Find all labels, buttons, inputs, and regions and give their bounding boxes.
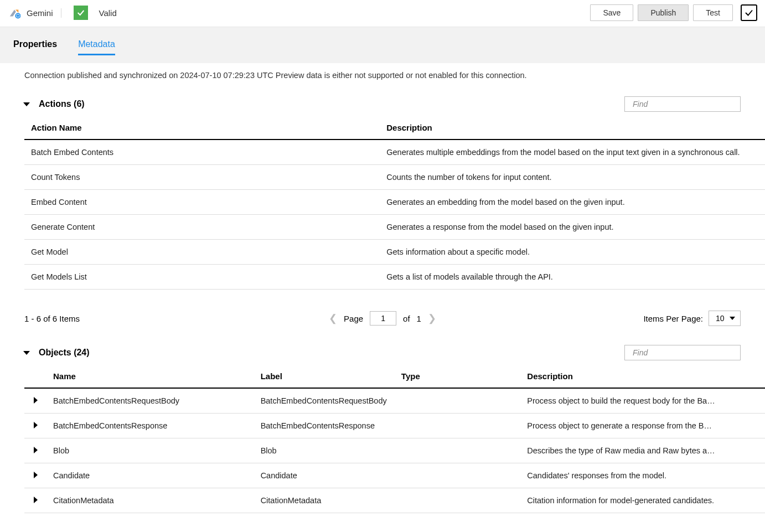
table-row[interactable]: CandidateCandidateCandidates' responses … (24, 463, 765, 488)
pager-of-label: of (403, 314, 410, 323)
save-button[interactable]: Save (590, 4, 633, 21)
objects-col-expand (24, 365, 46, 388)
action-name: Get Model (24, 240, 380, 265)
chevron-right-icon (34, 497, 38, 503)
tab-properties[interactable]: Properties (13, 39, 57, 55)
object-name: Candidate (46, 463, 254, 488)
object-description: Process object to build the request body… (520, 388, 765, 414)
table-row[interactable]: CitationMetadataCitationMetadataCitation… (24, 488, 765, 513)
chevron-right-icon (34, 447, 38, 453)
object-label: BatchEmbedContentsResponse (254, 414, 395, 438)
object-label: Blob (254, 438, 395, 463)
object-type (395, 488, 520, 513)
objects-table: Name Label Type Description BatchEmbedCo… (24, 365, 765, 513)
panel-metadata: Connection published and synchronized on… (0, 63, 765, 532)
action-name: Get Models List (24, 265, 380, 290)
expand-row-toggle[interactable] (24, 388, 46, 414)
action-description: Generates a response from the model base… (380, 215, 765, 240)
objects-col-label: Label (254, 365, 395, 388)
table-row[interactable]: Count TokensCounts the number of tokens … (24, 165, 765, 190)
object-type (395, 463, 520, 488)
objects-col-desc: Description (520, 365, 765, 388)
tab-metadata[interactable]: Metadata (78, 39, 115, 55)
object-name: BatchEmbedContentsResponse (46, 414, 254, 438)
object-type (395, 388, 520, 414)
action-description: Gets a list of models available through … (380, 265, 765, 290)
action-description: Gets information about a specific model. (380, 240, 765, 265)
pager-next-icon[interactable]: ❯ (428, 312, 436, 324)
object-description: Citation information for model-generated… (520, 488, 765, 513)
pager-range: 1 - 6 of 6 Items (24, 314, 80, 323)
object-description: Describes the type of Raw media and Raw … (520, 438, 765, 463)
checkmark-button[interactable] (741, 4, 757, 21)
connector-icon (8, 6, 21, 19)
action-description: Counts the number of tokens for input co… (380, 165, 765, 190)
collapse-actions-toggle[interactable] (23, 102, 30, 106)
action-name: Generate Content (24, 215, 380, 240)
status-text: Connection published and synchronized on… (0, 71, 765, 89)
ipp-select[interactable]: 10 (709, 311, 741, 326)
chevron-right-icon (34, 472, 38, 478)
app-title: Gemini (27, 8, 61, 18)
object-description: Candidates' responses from the model. (520, 463, 765, 488)
table-row[interactable]: BatchEmbedContentsResponseBatchEmbedCont… (24, 414, 765, 438)
section-objects-header: Objects (24) (0, 332, 765, 365)
object-name: Blob (46, 438, 254, 463)
collapse-objects-toggle[interactable] (23, 351, 30, 355)
items-per-page: Items Per Page: 10 (643, 311, 741, 326)
table-row[interactable]: Get ModelGets information about a specif… (24, 240, 765, 265)
ipp-label: Items Per Page: (643, 314, 703, 323)
table-row[interactable]: Get Models ListGets a list of models ava… (24, 265, 765, 290)
objects-col-type: Type (395, 365, 520, 388)
content-area: Properties Metadata Connection published… (0, 27, 765, 532)
expand-row-toggle[interactable] (24, 438, 46, 463)
expand-row-toggle[interactable] (24, 488, 46, 513)
object-label: Candidate (254, 463, 395, 488)
valid-label: Valid (99, 8, 117, 18)
action-description: Generates an embedding from the model ba… (380, 190, 765, 215)
pager-page-label: Page (344, 314, 363, 323)
objects-col-name: Name (46, 365, 254, 388)
object-type (395, 414, 520, 438)
object-type (395, 438, 520, 463)
action-description: Generates multiple embeddings from the m… (380, 140, 765, 165)
actions-col-name: Action Name (24, 116, 380, 140)
tabs: Properties Metadata (0, 27, 765, 55)
pager: 1 - 6 of 6 Items ❮ Page of 1 ❯ Items Per… (0, 290, 765, 332)
action-name: Batch Embed Contents (24, 140, 380, 165)
action-name: Count Tokens (24, 165, 380, 190)
topbar-left: Gemini Valid (8, 6, 117, 20)
topbar-right: Save Publish Test (590, 4, 757, 21)
object-name: CitationMetadata (46, 488, 254, 513)
table-row[interactable]: BatchEmbedContentsRequestBodyBatchEmbedC… (24, 388, 765, 414)
expand-row-toggle[interactable] (24, 463, 46, 488)
chevron-right-icon (34, 397, 38, 404)
object-label: CitationMetadata (254, 488, 395, 513)
valid-check-icon (74, 6, 88, 20)
objects-find-input[interactable] (624, 345, 741, 360)
actions-heading: Actions (6) (39, 99, 85, 109)
object-name: BatchEmbedContentsRequestBody (46, 388, 254, 414)
action-name: Embed Content (24, 190, 380, 215)
chevron-right-icon (34, 422, 38, 428)
publish-button[interactable]: Publish (638, 4, 689, 21)
table-row[interactable]: Generate ContentGenerates a response fro… (24, 215, 765, 240)
actions-find-input[interactable] (624, 96, 741, 112)
table-row[interactable]: Embed ContentGenerates an embedding from… (24, 190, 765, 215)
pager-page-input[interactable] (370, 311, 396, 326)
pager-center: ❮ Page of 1 ❯ (329, 311, 436, 326)
topbar: Gemini Valid Save Publish Test (0, 0, 765, 27)
pager-prev-icon[interactable]: ❮ (329, 312, 337, 324)
actions-table: Action Name Description Batch Embed Cont… (24, 116, 765, 290)
section-actions-header: Actions (6) (0, 89, 765, 116)
table-row[interactable]: Batch Embed ContentsGenerates multiple e… (24, 140, 765, 165)
test-button[interactable]: Test (693, 4, 733, 21)
object-description: Process object to generate a response fr… (520, 414, 765, 438)
objects-heading: Objects (24) (39, 348, 90, 358)
table-row[interactable]: BlobBlobDescribes the type of Raw media … (24, 438, 765, 463)
object-label: BatchEmbedContentsRequestBody (254, 388, 395, 414)
expand-row-toggle[interactable] (24, 414, 46, 438)
pager-total-pages: 1 (417, 314, 421, 323)
actions-col-desc: Description (380, 116, 765, 140)
